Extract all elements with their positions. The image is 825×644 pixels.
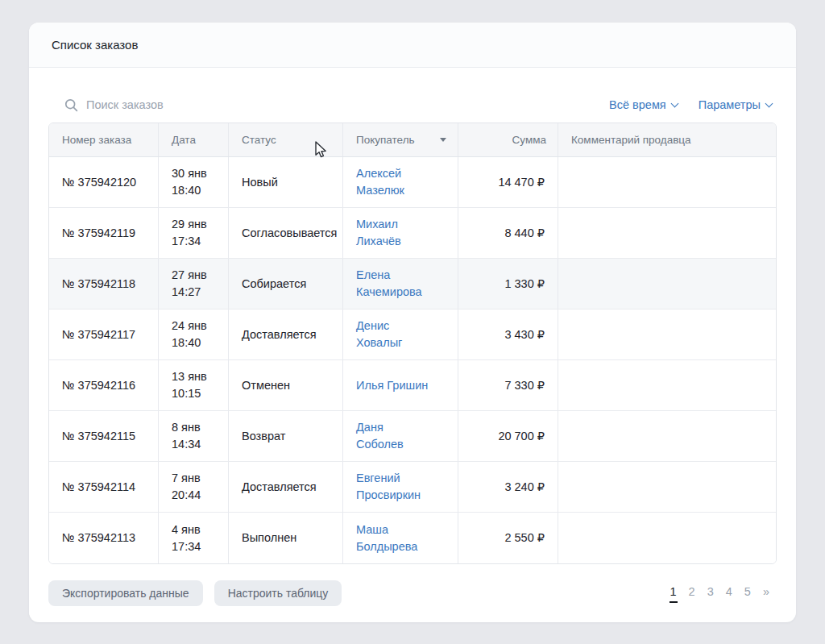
page-title: Список заказов [29, 23, 796, 68]
order-number-cell: № 375942113 [49, 513, 158, 563]
params-filter-dropdown[interactable]: Параметры [699, 98, 772, 111]
date-day: 7 янв [172, 470, 215, 487]
date-time: 14:27 [172, 284, 215, 301]
order-sum-cell: 2 550 ₽ [458, 513, 558, 563]
params-filter-label: Параметры [699, 98, 761, 111]
column-header-order-number[interactable]: Номер заказа [49, 123, 158, 156]
column-header-status[interactable]: Статус [228, 123, 342, 156]
order-sum-cell: 8 440 ₽ [458, 208, 558, 258]
pagination-page-4[interactable]: 4 [725, 584, 733, 603]
search-input[interactable] [86, 98, 588, 111]
order-number-cell: № 375942118 [49, 259, 158, 309]
order-sum-cell: 7 330 ₽ [458, 360, 558, 410]
order-number-cell: № 375942114 [49, 462, 158, 512]
buyer-second-line: Качемирова [356, 284, 445, 301]
time-filter-dropdown[interactable]: Всё время [609, 98, 678, 111]
toolbar: Всё время Параметры [48, 87, 777, 123]
date-time: 18:40 [172, 334, 215, 351]
order-status-cell: Новый [228, 157, 342, 207]
column-header-label: Дата [172, 134, 196, 146]
order-sum-cell: 20 700 ₽ [458, 411, 558, 461]
date-time: 17:34 [172, 538, 215, 555]
table-row[interactable]: № 375942116 13 янв 10:15 Отменен Илья Гр… [49, 360, 776, 411]
buyer-second-line: Мазелюк [356, 182, 445, 199]
table-row[interactable]: № 375942119 29 янв 17:34 Согласовывается… [49, 208, 776, 259]
table-row[interactable]: № 375942118 27 янв 14:27 Собирается Елен… [49, 259, 776, 310]
order-status-cell: Доставляется [228, 462, 342, 512]
buyer-link[interactable]: Илья Гришин [342, 360, 458, 410]
date-day: 13 янв [172, 368, 215, 385]
order-sum-cell: 3 430 ₽ [458, 310, 558, 359]
column-header-label: Сумма [512, 134, 546, 146]
card-body: Всё время Параметры Номер заказа Дата Ст… [29, 68, 796, 622]
buyer-second-line: Болдырева [356, 538, 445, 555]
pagination-page-2[interactable]: 2 [688, 584, 696, 603]
date-day: 24 янв [172, 318, 215, 334]
order-number-cell: № 375942116 [49, 360, 158, 410]
order-number-cell: № 375942120 [49, 157, 158, 207]
chevron-down-icon [765, 99, 773, 107]
orders-card: Список заказов Всё время Параметры [29, 23, 796, 622]
table-row[interactable]: № 375942114 7 янв 20:44 Доставляется Евг… [49, 462, 776, 513]
order-sum-cell: 3 240 ₽ [458, 462, 558, 512]
order-date-cell: 27 янв 14:27 [158, 259, 228, 309]
buyer-first-line: Маша [356, 521, 445, 538]
column-header-comment[interactable]: Комментарий продавца [558, 123, 776, 156]
buyer-first-line: Евгений [356, 470, 445, 487]
buyer-link[interactable]: Алексей Мазелюк [342, 157, 458, 207]
order-status-cell: Доставляется [228, 310, 342, 359]
card-footer: Экспортировать данные Настроить таблицу … [48, 580, 777, 606]
buyer-link[interactable]: Даня Соболев [342, 411, 458, 461]
time-filter-label: Всё время [609, 98, 666, 111]
date-day: 27 янв [172, 267, 215, 284]
column-header-sum[interactable]: Сумма [458, 123, 558, 156]
order-sum-cell: 14 470 ₽ [458, 157, 558, 207]
buyer-link[interactable]: Маша Болдырева [342, 513, 458, 563]
order-date-cell: 30 янв 18:40 [158, 157, 228, 207]
buyer-first-line: Михаил [356, 216, 445, 233]
seller-comment-cell [558, 157, 776, 207]
buyer-second-line: Ховалыг [356, 334, 445, 351]
pagination-next[interactable]: » [762, 584, 770, 603]
date-time: 10:15 [172, 385, 215, 402]
seller-comment-cell [558, 411, 776, 461]
date-day: 8 янв [172, 419, 215, 436]
buyer-link[interactable]: Денис Ховалыг [342, 310, 458, 359]
pagination-page-5[interactable]: 5 [744, 584, 752, 603]
table-body: № 375942120 30 янв 18:40 Новый Алексей М… [49, 157, 776, 563]
table-row[interactable]: № 375942113 4 янв 17:34 Выполнен Маша Бо… [49, 513, 776, 563]
column-header-date[interactable]: Дата [158, 123, 228, 156]
seller-comment-cell [558, 208, 776, 258]
table-row[interactable]: № 375942115 8 янв 14:34 Возврат Даня Соб… [49, 411, 776, 462]
order-number-cell: № 375942115 [49, 411, 158, 461]
column-header-buyer[interactable]: Покупатель [342, 123, 458, 156]
table-row[interactable]: № 375942117 24 янв 18:40 Доставляется Де… [49, 310, 776, 360]
seller-comment-cell [558, 360, 776, 410]
export-data-button[interactable]: Экспортировать данные [48, 580, 203, 606]
order-status-cell: Собирается [228, 259, 342, 309]
order-sum-cell: 1 330 ₽ [458, 259, 558, 309]
buyer-link[interactable]: Елена Качемирова [342, 259, 458, 309]
date-day: 29 янв [172, 216, 215, 233]
column-header-label: Комментарий продавца [571, 134, 691, 146]
pagination-page-3[interactable]: 3 [707, 584, 715, 603]
pagination-page-1[interactable]: 1 [670, 584, 678, 603]
seller-comment-cell [558, 259, 776, 309]
date-day: 30 янв [172, 165, 215, 182]
footer-buttons: Экспортировать данные Настроить таблицу [48, 580, 342, 606]
date-time: 18:40 [172, 182, 215, 199]
buyer-first-line: Елена [356, 267, 445, 284]
buyer-link[interactable]: Михаил Лихачёв [342, 208, 458, 258]
seller-comment-cell [558, 462, 776, 512]
order-number-cell: № 375942119 [49, 208, 158, 258]
buyer-link[interactable]: Евгений Просвиркин [342, 462, 458, 512]
dropdown-triangle-icon[interactable] [440, 138, 446, 142]
configure-table-button[interactable]: Настроить таблицу [214, 580, 342, 606]
order-status-cell: Выполнен [228, 513, 342, 563]
order-date-cell: 29 янв 17:34 [158, 208, 228, 258]
buyer-first-line: Илья Гришин [356, 377, 445, 394]
table-row[interactable]: № 375942120 30 янв 18:40 Новый Алексей М… [49, 157, 776, 208]
seller-comment-cell [558, 513, 776, 563]
search-bar[interactable] [64, 98, 588, 112]
order-date-cell: 4 янв 17:34 [158, 513, 228, 563]
